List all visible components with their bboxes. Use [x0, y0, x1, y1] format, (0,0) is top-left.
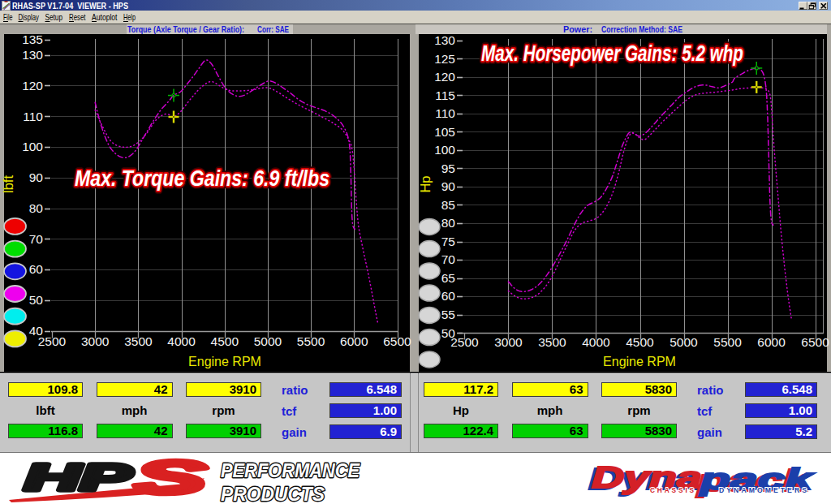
svg-text:2500: 2500: [38, 334, 67, 348]
svg-text:Engine RPM: Engine RPM: [188, 355, 261, 368]
svg-text:3000: 3000: [494, 335, 523, 349]
svg-text:125: 125: [434, 52, 455, 66]
svg-text:135: 135: [22, 34, 43, 46]
svg-text:90: 90: [29, 170, 44, 184]
svg-text:Max. Torque Gains: 6.9 ft/lbs: Max. Torque Gains: 6.9 ft/lbs: [75, 166, 329, 191]
svg-text:3500: 3500: [538, 335, 566, 349]
svg-text:Hp: Hp: [418, 175, 433, 192]
svg-text:Autoplot: Autoplot: [92, 12, 118, 22]
svg-text:4500: 4500: [211, 334, 239, 348]
svg-text:Setup: Setup: [45, 12, 63, 22]
svg-text:95: 95: [441, 162, 455, 175]
svg-text:2500: 2500: [450, 335, 479, 349]
svg-text:100: 100: [22, 140, 43, 153]
svg-text:85: 85: [441, 198, 455, 212]
svg-text:Max. Horsepower Gains: 5.2 wh: Max. Horsepower Gains: 5.2 whp: [481, 41, 743, 66]
svg-text:3500: 3500: [124, 334, 153, 348]
svg-text:6000: 6000: [757, 335, 786, 349]
svg-text:75: 75: [441, 235, 455, 248]
svg-text:PRODUCTS: PRODUCTS: [221, 484, 325, 504]
svg-text:50: 50: [29, 293, 44, 307]
svg-text:120: 120: [434, 70, 455, 84]
svg-text:90: 90: [441, 179, 456, 193]
svg-text:5000: 5000: [254, 334, 282, 348]
svg-text:DYNAMOMETERS: DYNAMOMETERS: [719, 486, 809, 494]
svg-text:RHAS-SP V1.7-04 VIEWER - HPS: RHAS-SP V1.7-04 VIEWER - HPS: [12, 1, 128, 11]
svg-text:115: 115: [435, 88, 455, 102]
svg-text:5500: 5500: [713, 335, 742, 349]
svg-text:5500: 5500: [297, 334, 325, 348]
svg-text:6000: 6000: [340, 334, 368, 348]
svg-text:105: 105: [434, 125, 455, 139]
svg-text:4000: 4000: [582, 335, 610, 349]
svg-text:4500: 4500: [626, 335, 654, 349]
svg-text:80: 80: [441, 216, 456, 230]
svg-text:Reset: Reset: [69, 12, 86, 22]
svg-text:5000: 5000: [670, 335, 698, 349]
svg-text:65: 65: [441, 271, 455, 285]
svg-text:CHASSIS: CHASSIS: [650, 486, 696, 494]
svg-text:File: File: [3, 12, 13, 22]
svg-text:Corr: SAE: Corr: SAE: [257, 25, 289, 34]
svg-text:130: 130: [22, 48, 43, 62]
svg-text:HP: HP: [24, 455, 132, 498]
svg-text:110: 110: [23, 110, 43, 123]
svg-text:lbft: lbft: [1, 175, 15, 193]
svg-text:6500: 6500: [383, 334, 411, 348]
svg-text:110: 110: [435, 106, 455, 120]
svg-text:70: 70: [441, 252, 456, 266]
svg-text:55: 55: [441, 308, 455, 321]
svg-text:PERFORMANCE: PERFORMANCE: [221, 460, 360, 481]
svg-text:Correction Method: SAE: Correction Method: SAE: [601, 25, 682, 34]
svg-text:Help: Help: [123, 12, 136, 22]
svg-text:70: 70: [29, 232, 44, 246]
svg-text:6500: 6500: [801, 335, 829, 349]
svg-text:Power:: Power:: [563, 25, 592, 34]
svg-text:60: 60: [441, 289, 456, 303]
svg-text:Engine RPM: Engine RPM: [603, 355, 676, 368]
svg-text:3000: 3000: [81, 334, 110, 348]
svg-text:4000: 4000: [167, 334, 196, 348]
svg-text:Display: Display: [19, 12, 40, 22]
svg-text:120: 120: [22, 79, 43, 93]
svg-text:S: S: [135, 453, 207, 503]
svg-text:100: 100: [434, 143, 455, 157]
svg-text:130: 130: [434, 34, 455, 47]
svg-text:80: 80: [29, 201, 44, 215]
svg-text:60: 60: [29, 262, 44, 276]
svg-text:Torque (Axle Torque / Gear Rat: Torque (Axle Torque / Gear Ratio):: [127, 25, 244, 34]
